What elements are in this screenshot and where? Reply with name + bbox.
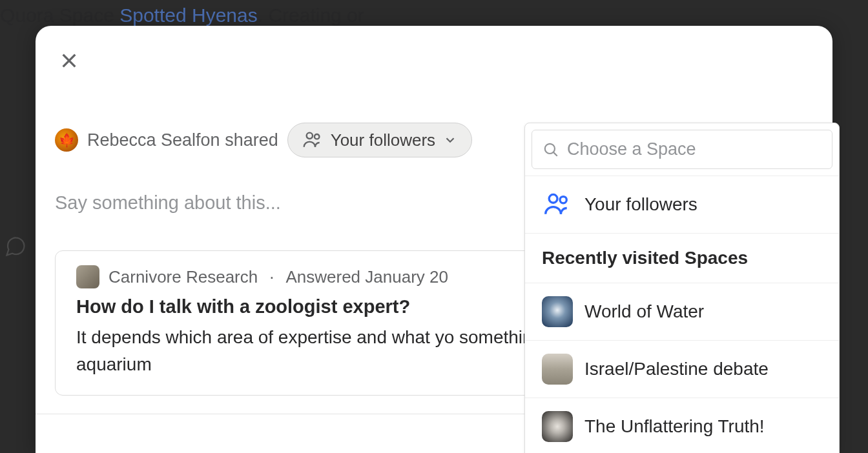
space-dropdown: Your followers Recently visited Spaces W…	[524, 123, 840, 453]
quoted-space-name: Carnivore Research	[108, 267, 258, 287]
audience-selector[interactable]: Your followers	[287, 123, 472, 157]
space-item-unflattering-truth[interactable]: The Unflattering Truth!	[525, 398, 839, 453]
share-author-text: Rebecca Sealfon shared	[87, 130, 278, 150]
space-thumb	[542, 354, 573, 385]
author-avatar: 🍁	[55, 128, 78, 152]
space-label: Israel/Palestine debate	[584, 359, 769, 379]
svg-point-2	[545, 143, 555, 153]
share-prompt[interactable]: Say something about this...	[55, 192, 281, 214]
followers-icon	[543, 190, 572, 219]
space-label: The Unflattering Truth!	[584, 416, 765, 437]
space-item-israel-palestine[interactable]: Israel/Palestine debate	[525, 340, 839, 398]
svg-point-0	[306, 133, 312, 139]
svg-point-1	[315, 134, 319, 139]
space-search-box[interactable]	[532, 130, 832, 169]
space-item-world-of-water[interactable]: World of Water	[525, 283, 839, 340]
close-button[interactable]	[55, 46, 83, 75]
svg-point-3	[549, 194, 557, 203]
people-icon	[302, 130, 323, 150]
space-search-input[interactable]	[567, 139, 822, 159]
share-modal: 🍁 Rebecca Sealfon shared Your followers …	[36, 26, 832, 453]
dropdown-your-followers[interactable]: Your followers	[525, 176, 839, 233]
svg-point-4	[560, 197, 566, 203]
space-thumb	[542, 296, 573, 327]
followers-label: Your followers	[584, 194, 698, 215]
search-icon	[542, 141, 559, 158]
recent-spaces-header: Recently visited Spaces	[525, 233, 839, 283]
audience-label: Your followers	[331, 130, 435, 150]
quoted-space-avatar	[76, 265, 99, 288]
separator: ·	[269, 267, 274, 287]
space-label: World of Water	[584, 301, 704, 322]
close-icon	[59, 50, 79, 71]
answered-meta: Answered January 20	[285, 267, 448, 287]
share-header: 🍁 Rebecca Sealfon shared Your followers	[55, 123, 472, 157]
space-thumb	[542, 411, 573, 442]
comment-icon	[4, 235, 27, 258]
chevron-down-icon	[443, 133, 457, 147]
